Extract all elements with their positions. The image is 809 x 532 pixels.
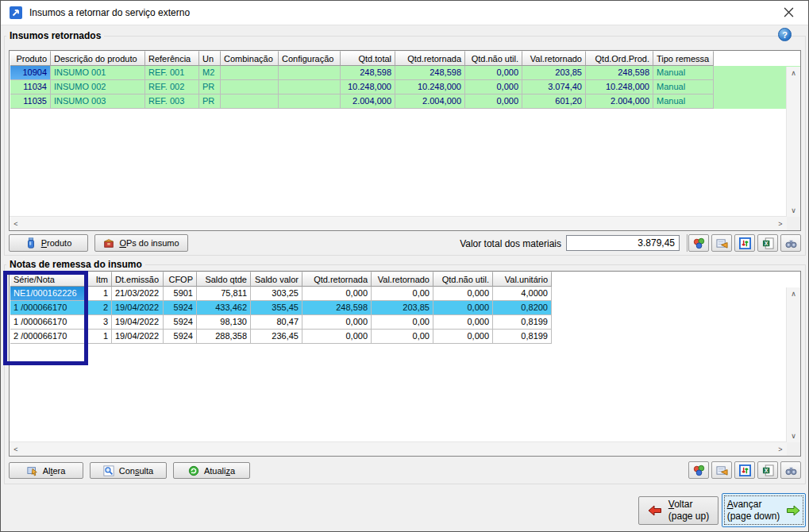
table-cell[interactable]: 21/03/2022 <box>112 287 164 301</box>
table-cell[interactable]: PR <box>199 80 221 94</box>
table-cell[interactable]: 0,000 <box>302 330 372 344</box>
column-header[interactable]: Descrição do produto <box>51 51 145 66</box>
column-header[interactable]: Saldo qtde <box>197 272 251 287</box>
table-cell[interactable] <box>221 66 279 80</box>
vertical-scrollbar[interactable]: ∧ ∨ <box>786 287 800 442</box>
table-cell[interactable]: 11034 <box>10 80 51 94</box>
table-cell[interactable]: 248,598 <box>341 66 395 80</box>
excel-icon[interactable]: X <box>757 234 778 252</box>
scroll-left-icon[interactable]: < <box>10 442 22 456</box>
valor-total-field[interactable]: 3.879,45 <box>566 235 680 251</box>
table-cell[interactable]: 2.004,000 <box>341 94 395 109</box>
table-cell[interactable]: 10.248,000 <box>586 80 653 94</box>
column-header[interactable]: Val.retornado <box>372 272 433 287</box>
table-cell[interactable]: 5924 <box>164 330 197 344</box>
table-cell[interactable]: REF. 002 <box>145 80 199 94</box>
table-cell[interactable]: Manual <box>653 94 714 109</box>
atualiza-button[interactable]: Atualiza <box>173 462 250 479</box>
table-cell[interactable] <box>279 94 341 109</box>
column-header[interactable]: Dt.emissão <box>112 272 164 287</box>
table-cell[interactable]: 303,25 <box>251 287 302 301</box>
table-cell[interactable]: REF. 001 <box>145 66 199 80</box>
table-cell[interactable]: 248,598 <box>586 66 653 80</box>
table-cell[interactable]: 2.004,000 <box>586 94 653 109</box>
column-header[interactable]: Qtd.Ord.Prod. <box>586 51 653 66</box>
table-cell[interactable]: 5924 <box>164 301 197 315</box>
table-cell[interactable]: 3 <box>87 315 112 330</box>
column-header[interactable]: Qtd.não util. <box>433 272 493 287</box>
table-cell[interactable]: 0,000 <box>302 315 372 330</box>
table-cell[interactable]: 0,00 <box>372 330 433 344</box>
scroll-down-icon[interactable]: ∨ <box>787 430 800 442</box>
table-cell[interactable]: 3.074,40 <box>522 80 586 94</box>
table-cell[interactable] <box>221 94 279 109</box>
table-cell[interactable]: 19/04/2022 <box>112 330 164 344</box>
binoculars-icon[interactable] <box>780 461 801 479</box>
table-cell[interactable] <box>279 66 341 80</box>
table-cell[interactable]: 5901 <box>164 287 197 301</box>
table-cell[interactable]: 1 <box>87 287 112 301</box>
table-cell[interactable]: 2 /000066170 <box>10 330 87 344</box>
scroll-right-icon[interactable]: > <box>774 442 787 456</box>
table-cell[interactable]: 0,00 <box>372 315 433 330</box>
table-cell[interactable]: 0,8199 <box>493 330 552 344</box>
produto-button[interactable]: Produto <box>9 234 88 252</box>
table-cell[interactable]: 4,0000 <box>493 287 552 301</box>
table-cell[interactable]: 10904 <box>10 66 51 80</box>
table-cell[interactable]: INSUMO 003 <box>51 94 145 109</box>
table-cell[interactable]: 19/04/2022 <box>112 301 164 315</box>
sort-icon[interactable] <box>734 234 755 252</box>
table-cell[interactable]: 1 <box>87 330 112 344</box>
table-cell[interactable]: 0,00 <box>372 287 433 301</box>
column-header[interactable]: Qtd.total <box>341 51 395 66</box>
table-cell[interactable]: 1 /000066170 <box>10 315 87 330</box>
table-row[interactable]: 11034INSUMO 002REF. 002PR10.248,00010.24… <box>10 80 800 94</box>
table-cell[interactable]: 80,47 <box>251 315 302 330</box>
table-cell[interactable]: 0,000 <box>433 301 493 315</box>
table-cell[interactable]: INSUMO 002 <box>51 80 145 94</box>
table-cell[interactable]: 248,598 <box>302 301 372 315</box>
table-cell[interactable]: REF. 003 <box>145 94 199 109</box>
scroll-right-icon[interactable]: > <box>774 217 787 230</box>
avancar-button[interactable]: Avançar (page down) <box>722 493 806 527</box>
column-header[interactable]: Val.retornado <box>522 51 586 66</box>
horizontal-scrollbar[interactable]: < > <box>10 441 787 456</box>
excel-icon[interactable]: X <box>757 461 778 479</box>
table-cell[interactable]: 248,598 <box>395 66 465 80</box>
table-cell[interactable]: 0,000 <box>465 80 522 94</box>
column-header[interactable]: Val.unitário <box>493 272 552 287</box>
table-cell[interactable]: 203,85 <box>372 301 433 315</box>
column-header[interactable]: Saldo valor <box>251 272 302 287</box>
table-row[interactable]: 2 /000066170119/04/20225924288,358236,45… <box>10 330 800 344</box>
table-cell[interactable]: 2.004,000 <box>395 94 465 109</box>
table-cell[interactable]: 601,20 <box>522 94 586 109</box>
table-cell[interactable]: 1 /000066170 <box>10 301 87 315</box>
column-header[interactable]: Itm <box>87 272 112 287</box>
table-cell[interactable]: 0,8200 <box>493 301 552 315</box>
table-row[interactable]: 11035INSUMO 003REF. 003PR2.004,0002.004,… <box>10 94 800 109</box>
scroll-up-icon[interactable]: ∧ <box>787 287 800 300</box>
vertical-scrollbar[interactable]: ∧ ∨ <box>786 67 800 217</box>
scroll-left-icon[interactable]: < <box>10 217 22 230</box>
colors-icon[interactable] <box>688 234 709 252</box>
table-cell[interactable]: 0,000 <box>433 287 493 301</box>
table-cell[interactable]: 19/04/2022 <box>112 315 164 330</box>
column-header[interactable]: Produto <box>10 51 51 66</box>
voltar-button[interactable]: Voltar (page up) <box>638 496 718 525</box>
column-header[interactable]: Qtd.retornada <box>302 272 372 287</box>
binoculars-icon[interactable] <box>780 234 801 252</box>
sort-icon[interactable] <box>734 461 755 479</box>
table-cell[interactable]: 433,462 <box>197 301 251 315</box>
table-cell[interactable]: 75,811 <box>197 287 251 301</box>
consulta-button[interactable]: Consulta <box>90 462 167 479</box>
column-header[interactable]: Referência <box>145 51 199 66</box>
table-row[interactable]: 1 /000066170219/04/20225924433,462355,45… <box>10 301 800 315</box>
column-header[interactable]: Qtd.retornada <box>395 51 465 66</box>
table-cell[interactable]: 288,358 <box>197 330 251 344</box>
ops-do-insumo-button[interactable]: OPs do insumo <box>94 234 188 252</box>
column-header[interactable]: Combinação <box>221 51 279 66</box>
scroll-up-icon[interactable]: ∧ <box>787 67 800 79</box>
column-header[interactable]: Configuração <box>279 51 341 66</box>
table-cell[interactable]: 0,000 <box>465 66 522 80</box>
table-cell[interactable]: 10.248,000 <box>341 80 395 94</box>
